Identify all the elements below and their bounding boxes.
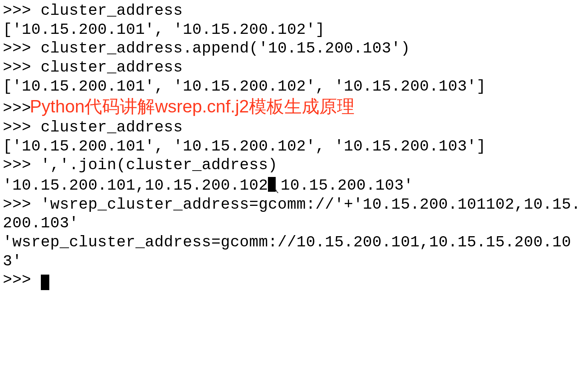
terminal-line[interactable]: >>> cluster_address.append('10.15.200.10…: [3, 39, 585, 58]
mouse-cursor-icon: ↖: [274, 187, 279, 196]
terminal-cursor: [41, 275, 49, 290]
terminal-output-join: '10.15.200.101,10.15.200.102↖10.15.200.1…: [3, 175, 585, 195]
terminal-output: ['10.15.200.101', '10.15.200.102', '10.1…: [3, 137, 585, 156]
terminal-output: 'wsrep_cluster_address=gcomm://10.15.200…: [3, 233, 585, 271]
prompt-text: >>>: [3, 271, 41, 289]
terminal-line[interactable]: >>> ','.join(cluster_address): [3, 156, 585, 175]
terminal-output: ['10.15.200.101', '10.15.200.102']: [3, 20, 585, 39]
terminal-output: ['10.15.200.101', '10.15.200.102', '10.1…: [3, 77, 585, 96]
terminal-line[interactable]: >>> cluster_address: [3, 118, 585, 137]
terminal-prompt-active[interactable]: >>>: [3, 271, 585, 290]
terminal-line[interactable]: >>> cluster_address: [3, 58, 585, 77]
output-part1: '10.15.200.101,10.15.200.102: [3, 177, 268, 194]
prompt-text: >>>: [3, 99, 31, 117]
terminal-prompt-with-annotation: >>>Python代码讲解wsrep.cnf.j2模板生成原理: [3, 96, 585, 118]
terminal-line[interactable]: >>> 'wsrep_cluster_address=gcomm://'+'10…: [3, 195, 585, 233]
annotation-text: Python代码讲解wsrep.cnf.j2模板生成原理: [30, 97, 355, 116]
output-part2: 10.15.200.103': [281, 177, 413, 194]
terminal-line[interactable]: >>> cluster_address: [3, 1, 585, 20]
